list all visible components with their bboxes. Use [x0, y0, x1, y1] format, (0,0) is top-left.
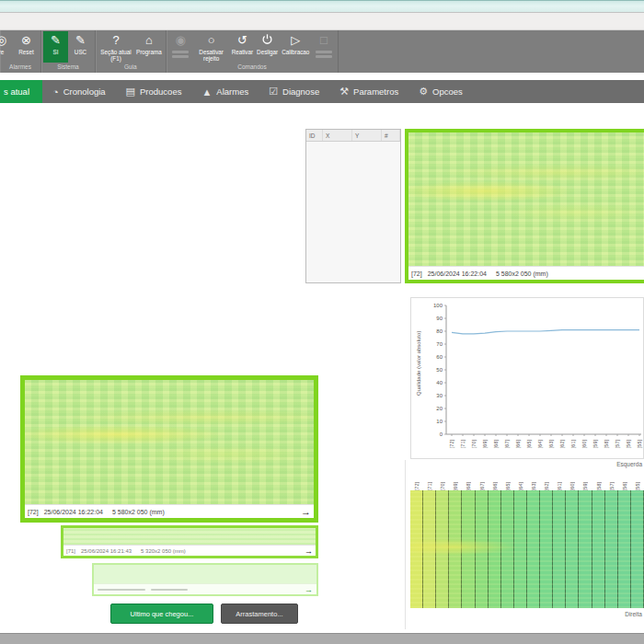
- strip-column-label-text: [69]: [453, 482, 458, 490]
- nav-item-producoes[interactable]: ▤Producoes: [116, 80, 192, 103]
- strip-column-55[interactable]: [631, 490, 644, 608]
- circle-icon: ○: [208, 33, 215, 48]
- strip-column-63[interactable]: [527, 490, 540, 608]
- se-o-atual-f1-button[interactable]: ?Seção atual (F1): [98, 31, 134, 63]
- strip-column-label-text: [64]: [518, 482, 523, 490]
- strip-column-label: [70]: [436, 468, 449, 490]
- svg-text:100: 100: [433, 303, 443, 308]
- strip-column-62[interactable]: [540, 490, 553, 608]
- svg-text:20: 20: [436, 406, 443, 411]
- desligar-button[interactable]: Desligar: [255, 31, 280, 63]
- desativar-rejeito-button[interactable]: ○Desativar rejeito: [193, 31, 230, 63]
- button-label: Reativar: [232, 49, 253, 55]
- strip-column-label: [62]: [540, 468, 553, 490]
- ribbon-tab-strip[interactable]: [0, 13, 644, 30]
- question-icon: ?: [112, 33, 119, 48]
- column-header-id[interactable]: ID: [306, 130, 323, 141]
- calibracao-button[interactable]: ▷Calibracao: [280, 31, 311, 63]
- vertical-separator: [405, 460, 406, 629]
- ribbon-group-label: Comandos: [167, 63, 339, 73]
- strip-column-label-text: [55]: [635, 482, 640, 490]
- strip-column-label-text: [67]: [479, 482, 485, 490]
- home-icon: ⌂: [145, 33, 153, 48]
- strip-column-56[interactable]: [618, 490, 631, 608]
- strip-column-59[interactable]: [579, 490, 592, 608]
- svg-text:50: 50: [436, 367, 443, 373]
- column-header-y[interactable]: Y: [352, 130, 382, 141]
- coil-map-older[interactable]: →: [92, 563, 318, 596]
- coil-heatmap[interactable]: [25, 380, 314, 504]
- strip-column-label-text: [63]: [531, 482, 536, 490]
- strip-column-57[interactable]: [605, 490, 618, 608]
- coil-map-top[interactable]: [72] 25/06/2024 16:22:04 5 580x2 050 (mm…: [405, 129, 644, 283]
- strip-column-64[interactable]: [514, 490, 527, 608]
- programa-button[interactable]: ⌂Programa: [134, 31, 164, 63]
- strip-column-label-text: [71]: [427, 482, 432, 490]
- alarm-confirm-icon: ◎: [0, 33, 6, 48]
- nav-item-parametros[interactable]: ⚒Parametros: [329, 80, 408, 103]
- svg-text:[56]: [56]: [626, 440, 631, 449]
- coil-heatmap[interactable]: [408, 132, 644, 266]
- arrow-right-icon[interactable]: →: [305, 585, 313, 594]
- ribbon-group-sistema: ✎SI✎USCSistema: [41, 30, 96, 73]
- nav-item-s-atual[interactable]: s atual: [0, 80, 42, 103]
- reset-button[interactable]: ⊗Reset: [14, 31, 39, 63]
- si-button[interactable]: ✎SI: [43, 31, 68, 63]
- strip-column-69[interactable]: [449, 490, 462, 608]
- strip-column-70[interactable]: [436, 490, 449, 608]
- re-button[interactable]: ◎re: [0, 31, 14, 63]
- strip-column-60[interactable]: [566, 490, 579, 608]
- strip-column-67[interactable]: [476, 490, 489, 608]
- nav-item-diagnose[interactable]: ☑Diagnose: [259, 80, 329, 103]
- strip-column-label: [64]: [514, 468, 527, 490]
- faded-text: [151, 589, 188, 591]
- strip-column-label-text: [66]: [492, 482, 498, 490]
- button-label: Desligar: [257, 49, 278, 55]
- button-label: Programa: [136, 49, 162, 55]
- strip-column-label: [59]: [579, 468, 592, 490]
- coil-map-previous[interactable]: [71] 25/06/2024 16:21:43 5 320x2 050 (mm…: [61, 525, 318, 558]
- strip-column-66[interactable]: [489, 490, 501, 608]
- drag-mode-button[interactable]: Arrastamento...: [221, 604, 298, 624]
- svg-text:[66]: [66]: [515, 440, 521, 449]
- usc-button[interactable]: ✎USC: [68, 31, 93, 63]
- nav-item-opcoes[interactable]: ⚙Opcoes: [408, 80, 473, 103]
- coil-map-current[interactable]: [72] 25/06/2024 16:22:04 5 580x2 050 (mm…: [20, 375, 318, 523]
- latest-arrived-button[interactable]: Ultimo que chegou...: [110, 604, 213, 624]
- strip-column-65[interactable]: [501, 490, 514, 608]
- reativar-button[interactable]: ↺Reativar: [230, 31, 255, 63]
- nav-item-label: Alarmes: [216, 86, 248, 97]
- nav-item-label: Parametros: [353, 86, 398, 97]
- ribbon-group-label: Alarmes: [0, 63, 40, 73]
- unnamed-button[interactable]: ◉: [168, 31, 193, 63]
- strip-column-72[interactable]: [410, 490, 423, 608]
- arrow-right-icon[interactable]: →: [305, 546, 313, 556]
- strip-column-68[interactable]: [462, 490, 475, 608]
- checkbox-icon: ☑: [269, 86, 278, 98]
- nav-item-label: Opcoes: [432, 86, 463, 97]
- strip-column-71[interactable]: [423, 490, 436, 608]
- strip-column-61[interactable]: [553, 490, 566, 608]
- window-title-bar: [0, 0, 644, 13]
- ribbon-group-label: Guia: [96, 63, 166, 73]
- unnamed-button[interactable]: □: [311, 31, 336, 63]
- arrow-right-icon[interactable]: →: [301, 507, 311, 516]
- nav-item-cronologia[interactable]: ◔Cronologia: [42, 80, 116, 103]
- strip-column-label-text: [60]: [569, 482, 575, 490]
- column-header-#[interactable]: #: [382, 130, 400, 141]
- strip-column-label-text: [68]: [466, 482, 471, 490]
- strip-map[interactable]: [410, 490, 644, 608]
- coil-heatmap[interactable]: [63, 528, 316, 545]
- coil-id: [72]: [28, 509, 39, 515]
- coil-size: 5 580x2 050 (mm): [112, 509, 165, 515]
- svg-text:[57]: [57]: [615, 440, 620, 449]
- strip-column-58[interactable]: [592, 490, 605, 608]
- defect-table[interactable]: IDXY#: [305, 129, 401, 283]
- coil-heatmap[interactable]: [94, 565, 316, 583]
- svg-text:[70]: [70]: [471, 440, 477, 449]
- svg-text:[62]: [62]: [559, 440, 565, 449]
- svg-text:[69]: [69]: [482, 440, 488, 449]
- column-header-x[interactable]: X: [323, 130, 352, 141]
- nav-item-alarmes[interactable]: ▲Alarmes: [191, 80, 259, 103]
- faded-label: [316, 51, 332, 53]
